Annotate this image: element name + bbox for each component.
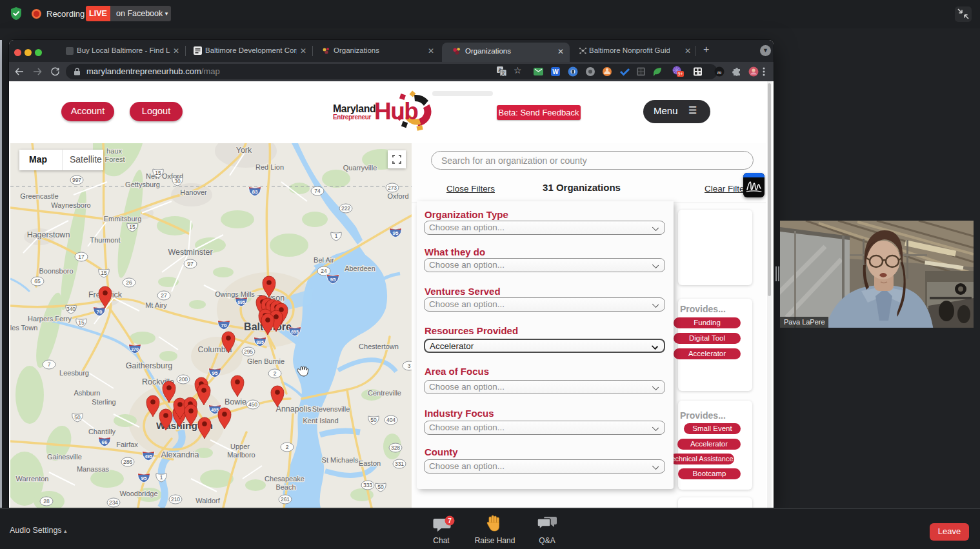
svg-text:404: 404 [386, 417, 395, 423]
svg-text:495: 495 [211, 408, 219, 412]
svg-text:66: 66 [102, 439, 108, 445]
svg-text:Hub: Hub [374, 98, 418, 125]
svg-text:Boonsboro: Boonsboro [39, 267, 73, 275]
svg-text:95: 95 [393, 230, 399, 236]
svg-text:Beach: Beach [275, 483, 295, 491]
svg-text:7: 7 [48, 361, 51, 368]
svg-text:65: 65 [34, 278, 41, 284]
svg-text:Red Lion: Red Lion [255, 163, 284, 171]
svg-text:Chantilly: Chantilly [88, 428, 116, 435]
svg-text:331: 331 [395, 461, 404, 467]
svg-text:Leesburg: Leesburg [59, 369, 89, 377]
svg-text:17: 17 [78, 254, 85, 260]
svg-text:83: 83 [252, 189, 258, 195]
svg-text:Chesapeake: Chesapeake [265, 475, 305, 483]
svg-text:Chestertown: Chestertown [359, 343, 399, 350]
svg-text:m: m [717, 69, 722, 75]
svg-text:27: 27 [161, 292, 167, 299]
svg-text:695: 695 [237, 300, 245, 304]
svg-text:Marlboro: Marlboro [227, 451, 255, 459]
svg-text:Manassas: Manassas [77, 465, 110, 473]
svg-text:15: 15 [129, 224, 135, 230]
svg-text:St Michaels: St Michaels [322, 456, 359, 464]
svg-text:24: 24 [321, 268, 327, 274]
svg-text:9+: 9+ [678, 72, 683, 76]
svg-text:Gainesville: Gainesville [47, 453, 82, 461]
svg-text:Hanover: Hanover [180, 188, 207, 196]
svg-text:50: 50 [370, 417, 377, 423]
svg-text:200: 200 [179, 376, 188, 383]
svg-text:Entrepreneur: Entrepreneur [333, 114, 372, 121]
svg-text:450: 450 [248, 401, 257, 408]
svg-text:286: 286 [123, 459, 132, 465]
svg-text:Westminster: Westminster [168, 248, 212, 257]
svg-text:Glen Burnie: Glen Burnie [247, 357, 285, 365]
svg-text:695: 695 [291, 330, 299, 334]
svg-text:997: 997 [72, 177, 81, 183]
svg-text:Easton: Easton [359, 459, 381, 467]
svg-text:333: 333 [363, 482, 372, 488]
svg-text:273: 273 [388, 185, 397, 191]
svg-text:7: 7 [448, 517, 452, 524]
svg-text:Upper: Upper [230, 443, 250, 450]
svg-text:234: 234 [109, 499, 118, 506]
svg-text:Thurmont: Thurmont [90, 236, 120, 244]
svg-text:Sterling: Sterling [92, 398, 115, 406]
svg-text:15: 15 [78, 319, 85, 326]
svg-text:95: 95 [212, 370, 218, 376]
svg-text:Harpers Ferry: Harpers Ferry [28, 315, 72, 323]
svg-text:270: 270 [131, 347, 139, 352]
svg-text:les Town: les Town [10, 324, 37, 332]
svg-text:26: 26 [126, 279, 132, 286]
svg-text:Waldorf: Waldorf [195, 497, 220, 504]
svg-text:Centreville: Centreville [368, 389, 401, 397]
svg-text:222: 222 [341, 205, 350, 212]
svg-text:340: 340 [66, 306, 75, 312]
svg-text:30: 30 [174, 178, 181, 185]
svg-text:74: 74 [314, 188, 321, 194]
svg-text:70: 70 [97, 309, 103, 315]
svg-text:Bowie: Bowie [225, 397, 246, 406]
svg-text:Alexandria: Alexandria [161, 450, 199, 459]
svg-text:Hagerstown: Hagerstown [27, 230, 70, 239]
svg-text:2: 2 [274, 370, 277, 377]
svg-text:Warrenton: Warrenton [16, 475, 49, 483]
svg-text:2: 2 [286, 444, 289, 450]
svg-text:95: 95 [330, 277, 336, 283]
svg-text:Bel Air: Bel Air [314, 256, 334, 264]
svg-text:28: 28 [43, 498, 50, 504]
svg-text:50: 50 [377, 484, 384, 490]
svg-text:Aberdeen: Aberdeen [345, 265, 375, 272]
svg-text:3: 3 [408, 363, 411, 369]
svg-text:Annapolis: Annapolis [276, 404, 312, 414]
svg-text:York: York [236, 146, 252, 155]
svg-text:Waynesboro: Waynesboro [51, 201, 90, 209]
svg-text:Kent Island: Kent Island [303, 417, 338, 424]
svg-text:W: W [552, 68, 559, 75]
svg-text:Ashburn: Ashburn [74, 389, 101, 397]
svg-text:Stevensville: Stevensville [312, 405, 350, 413]
svg-text:328: 328 [391, 444, 400, 451]
svg-text:1: 1 [335, 233, 338, 239]
svg-text:Pava LaPere: Pava LaPere [784, 318, 825, 326]
svg-text:Oxford: Oxford [387, 192, 408, 200]
svg-text:Owings Mills: Owings Mills [215, 290, 255, 298]
svg-text:Mt Airy: Mt Airy [145, 301, 167, 309]
svg-text:15: 15 [155, 170, 161, 176]
svg-text:Forest: Forest [105, 155, 125, 163]
svg-text:Woodbridge: Woodbridge [119, 490, 157, 497]
svg-text:Gaithersburg: Gaithersburg [126, 361, 172, 370]
svg-text:1: 1 [160, 474, 163, 481]
svg-text:95: 95 [141, 475, 147, 481]
svg-text:50: 50 [74, 414, 81, 421]
svg-text:895: 895 [256, 340, 264, 344]
svg-text:15: 15 [101, 270, 107, 276]
svg-text:495: 495 [145, 454, 152, 459]
svg-text:261: 261 [281, 496, 290, 503]
svg-text:97: 97 [187, 261, 194, 267]
svg-text:Fairfax: Fairfax [116, 441, 138, 448]
svg-text:210: 210 [171, 496, 180, 503]
svg-text:Greencastle: Greencastle [20, 192, 58, 200]
svg-text:文: 文 [501, 70, 506, 76]
svg-text:haux: haux [106, 147, 122, 155]
